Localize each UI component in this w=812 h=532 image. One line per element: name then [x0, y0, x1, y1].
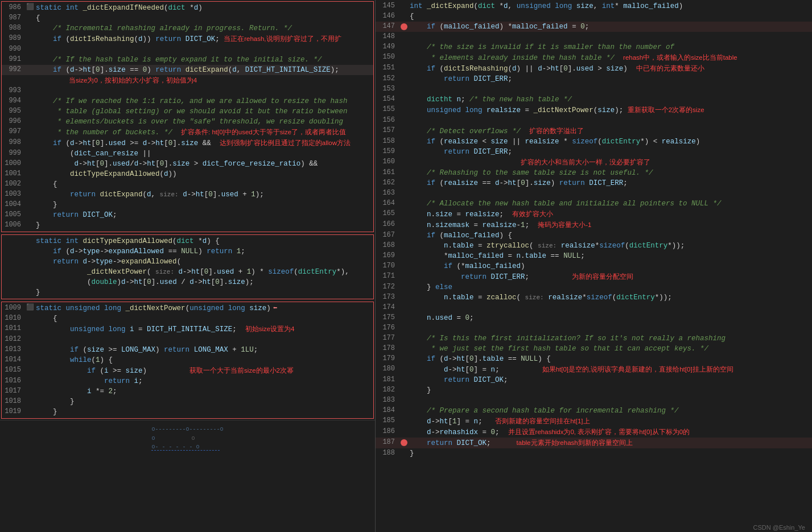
line-1014: 1014 while(1) { [2, 355, 373, 365]
r-line-171: 171 return DICT_ERR; 为新的容量分配空间 [376, 271, 812, 282]
right-panel: 145 int _dictExpand(dict *d, unsigned lo… [376, 0, 812, 532]
line-1004: 1004 } [2, 200, 373, 210]
r-line-157: 157 /* Detect overflows */ 扩容的数字溢出了 [376, 126, 812, 137]
section1-expand-if-needed: 986 ⬛ static int _dictExpandIfNeeded(dic… [1, 1, 374, 232]
line-995: 995 * table (global setting) or we shoul… [2, 106, 373, 117]
r-line-151: 151 if (dictIsRehashing(d) || d->ht[0].u… [376, 63, 812, 74]
r-line-163: 163 [376, 188, 812, 199]
line-1001: 1001 dictTypeExpandAllowed(d)) [2, 169, 373, 179]
line-993: 993 [2, 86, 373, 96]
line-1015: 1015 if (i >= size) 获取一个大于当前size的最小2次幂 [2, 365, 373, 376]
r-line-169: 169 *malloc_failed = n.table == NULL; [376, 251, 812, 261]
r-line-147: 147 if (malloc_failed) *malloc_failed = … [376, 22, 812, 32]
line-989: 989 if (dictIsRehashing(d)) return DICT_… [2, 34, 373, 44]
r-line-187: 187 return DICT_OK; table元素开始rehash到新的容量… [376, 438, 812, 448]
main-container: 986 ⬛ static int _dictExpandIfNeeded(dic… [0, 0, 812, 532]
r-line-161: 161 /* Rehashing to the same table size … [376, 168, 812, 178]
r-line-188: 188 } [376, 448, 812, 459]
line-s2-4: _dictNextPower( size: d->ht[0].used + 1)… [2, 267, 373, 277]
line-986: 986 ⬛ static int _dictExpandIfNeeded(dic… [2, 3, 373, 13]
left-panel: 986 ⬛ static int _dictExpandIfNeeded(dic… [0, 0, 376, 532]
r-line-182: 182 } [376, 385, 812, 395]
watermark: CSDN @Eshin_Ye [753, 524, 805, 531]
r-line-166: 166 n.sizemask = realsize-1; 掩码为容量大小-1 [376, 220, 812, 230]
line-1009: 1009 ⬛ static unsigned long _dictNextPow… [2, 303, 373, 314]
r-line-148: 148 [376, 32, 812, 42]
line-994: 994 /* If we reached the 1:1 ratio, and … [2, 96, 373, 106]
line-999: 999 (dict_can_resize || [2, 149, 373, 159]
line-1010: 1010 { [2, 314, 373, 324]
r-line-160: 160 扩容的大小和当前大小一样，没必要扩容了 [376, 157, 812, 168]
line-987: 987 { [2, 13, 373, 23]
r-line-165: 165 n.size = realsize; 有效扩容大小 [376, 209, 812, 220]
line-1002: 1002 { [2, 179, 373, 189]
r-line-177: 177 /* Is this the first initialization?… [376, 333, 812, 344]
r-line-184: 184 /* Prepare a second hash table for i… [376, 406, 812, 416]
r-line-176: 176 [376, 323, 812, 333]
left-sections: 986 ⬛ static int _dictExpandIfNeeded(dic… [0, 0, 375, 532]
r-line-145: 145 int _dictExpand(dict *d, unsigned lo… [376, 1, 812, 11]
line-1017: 1017 i *= 2; [2, 386, 373, 397]
r-line-159: 159 return DICT_ERR; [376, 147, 812, 157]
r-line-153: 153 [376, 84, 812, 94]
r-line-168: 168 n.table = ztrycalloc( size: realsize… [376, 241, 812, 251]
r-line-185: 185 d->ht[1] = n; 否则新建的容量空间挂在ht[1]上 [376, 416, 812, 427]
line-1013: 1013 if (size >= LONG_MAX) return LONG_M… [2, 345, 373, 355]
line-s2-5: (double)d->ht[0].used / d->ht[0].size); [2, 277, 373, 287]
r-line-172: 172 } else [376, 282, 812, 292]
line-990: 990 [2, 44, 373, 55]
r-line-150: 150 * elements already inside the hash t… [376, 52, 812, 63]
r-line-179: 179 if (d->ht[0].table == NULL) { [376, 354, 812, 364]
r-line-155: 155 unsigned long realsize = _dictNextPo… [376, 105, 812, 116]
r-line-178: 178 * we just set the first hash table s… [376, 344, 812, 354]
line-s2-1: static int dictTypeExpandAllowed(dict *d… [2, 236, 373, 246]
minimap-widget: o---------o---------o o o o- - - - - - o [151, 426, 223, 451]
line-1006: 1006 } [2, 220, 373, 230]
r-line-149: 149 /* the size is invalid if it is smal… [376, 42, 812, 52]
line-1011: 1011 unsigned long i = DICT_HT_INITIAL_S… [2, 324, 373, 335]
r-line-167: 167 if (malloc_failed) { [376, 230, 812, 241]
r-line-158: 158 if (realsize < size || realsize * si… [376, 137, 812, 147]
line-997: 997 * the number of buckets. */ 扩容条件: ht… [2, 127, 373, 138]
line-988: 988 /* Incremental rehashing already in … [2, 23, 373, 34]
line-998: 998 if (d->ht[0].used >= d->ht[0].size &… [2, 138, 373, 149]
r-line-156: 156 [376, 116, 812, 126]
r-line-175: 175 n.used = 0; [376, 313, 812, 323]
line-992: 992 if (d->ht[0].size == 0) return dictE… [2, 65, 373, 75]
line-1000: 1000 d->ht[0].used/d->ht[0].size > dict_… [2, 159, 373, 169]
line-996: 996 * elements/buckets is over the "safe… [2, 117, 373, 127]
r-line-186: 186 d->rehashidx = 0; 并且设置rehashidx为0, 表… [376, 427, 812, 438]
right-code-area: 145 int _dictExpand(dict *d, unsigned lo… [376, 0, 812, 521]
line-1003: 1003 return dictExpand(d, size: d->ht[0]… [2, 189, 373, 200]
r-line-162: 162 if (realsize == d->ht[0].size) retur… [376, 178, 812, 188]
watermark-container: CSDN @Eshin_Ye [376, 521, 812, 532]
bottom-minimap: o---------o---------o o o o- - - - - - o [0, 420, 375, 532]
line-1019: 1019 } [2, 407, 373, 417]
line-1018: 1018 } [2, 397, 373, 407]
r-line-164: 164 /* Allocate the new hash table and i… [376, 199, 812, 209]
r-line-183: 183 [376, 395, 812, 406]
section2-dict-type-expand: static int dictTypeExpandAllowed(dict *d… [1, 234, 374, 299]
r-line-154: 154 dictht n; /* the new hash table */ [376, 94, 812, 105]
code-block-3: 1009 ⬛ static unsigned long _dictNextPow… [2, 302, 373, 418]
line-s2-6: } [2, 287, 373, 298]
code-block-2: static int dictTypeExpandAllowed(dict *d… [2, 235, 373, 299]
r-line-170: 170 if (*malloc_failed) [376, 261, 812, 271]
line-1012: 1012 [2, 335, 373, 345]
r-line-181: 181 return DICT_OK; [376, 375, 812, 385]
r-line-180: 180 d->ht[0] = n; 如果ht[0]是空的,说明该字典是新建的，直… [376, 364, 812, 375]
right-code-block: 145 int _dictExpand(dict *d, unsigned lo… [376, 0, 812, 460]
line-991: 991 /* If the hash table is empty expand… [2, 55, 373, 65]
r-line-152: 152 return DICT_ERR; [376, 74, 812, 84]
line-1016: 1016 return i; [2, 376, 373, 386]
code-block-1: 986 ⬛ static int _dictExpandIfNeeded(dic… [2, 2, 373, 232]
line-s2-3: return d->type->expandAllowed( [2, 257, 373, 267]
line-1005: 1005 return DICT_OK; [2, 210, 373, 220]
r-line-174: 174 [376, 303, 812, 313]
line-s2-2: if (d->type->expandAllowed == NULL) retu… [2, 246, 373, 257]
r-line-173: 173 n.table = zcalloc( size: realsize*si… [376, 292, 812, 303]
line-992-annot: 当size为0，按初始的大小扩容，初始值为4 [2, 75, 373, 86]
section3-dict-next-power: 1009 ⬛ static unsigned long _dictNextPow… [1, 302, 374, 419]
r-line-146: 146 { [376, 11, 812, 22]
